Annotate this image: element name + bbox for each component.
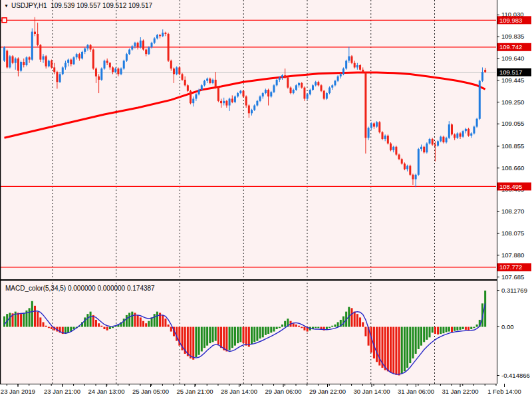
price-badge-label: 109.742 — [499, 43, 522, 51]
candle-body — [134, 43, 136, 46]
macd-histogram-bar — [229, 327, 231, 350]
candle-body — [217, 88, 219, 101]
macd-histogram-bar — [298, 326, 300, 327]
candle-body — [440, 137, 442, 142]
candle-body — [401, 159, 403, 164]
candle-body — [462, 131, 464, 136]
macd-histogram-bar — [231, 327, 233, 348]
candle-body — [437, 141, 439, 146]
macd-indicator-label: MACD_color(5,34,5) 0.000000 0.000000 0.1… — [5, 285, 155, 292]
macd-histogram-bar — [362, 322, 364, 327]
macd-histogram-bar — [20, 314, 22, 327]
candle-body — [95, 68, 97, 76]
price-tick-label: 108.660 — [501, 164, 524, 172]
candle-body — [334, 81, 336, 86]
price-tick-label: 107.685 — [501, 273, 524, 281]
macd-histogram-bar — [203, 327, 205, 348]
candle-body — [98, 76, 100, 80]
candle-body — [31, 32, 33, 60]
candle-body — [12, 57, 14, 63]
candle-body — [398, 155, 400, 160]
candle-body — [114, 68, 116, 72]
macd-histogram-bar — [326, 327, 328, 330]
candle-body — [259, 96, 261, 101]
macd-histogram-bar — [237, 327, 239, 344]
candle-body — [78, 54, 80, 59]
candle-body — [109, 63, 111, 68]
macd-histogram-bar — [9, 313, 11, 327]
price-tick-label: 108.075 — [501, 229, 524, 237]
chart-canvas[interactable]: 110.030109.835109.640109.445109.250109.0… — [0, 0, 532, 399]
candle-body — [81, 52, 83, 59]
macd-histogram-bar — [209, 327, 211, 344]
macd-histogram-bar — [364, 327, 366, 336]
macd-histogram-bar — [359, 317, 361, 327]
candle-body — [390, 144, 392, 150]
macd-histogram-bar — [192, 327, 194, 360]
candle-body — [423, 147, 425, 152]
macd-histogram-bar — [23, 313, 25, 327]
price-badge-label: 109.983 — [499, 17, 522, 24]
macd-histogram-bar — [217, 327, 219, 344]
macd-histogram-bar — [265, 327, 267, 335]
macd-histogram-bar — [251, 327, 253, 344]
macd-histogram-bar — [387, 327, 389, 372]
macd-histogram-bar — [109, 327, 111, 330]
candle-body — [337, 76, 339, 81]
macd-histogram-bar — [39, 317, 41, 327]
time-tick-label: 25 Jan 21:00 — [177, 388, 213, 395]
macd-histogram-bar — [34, 306, 36, 327]
candle-body — [326, 93, 328, 98]
macd-histogram-bar — [415, 327, 417, 354]
macd-histogram-bar — [412, 327, 414, 359]
candle-body — [164, 33, 166, 34]
macd-histogram-bar — [281, 325, 283, 327]
candle-body — [168, 34, 170, 61]
macd-histogram-bar — [432, 327, 434, 333]
macd-histogram-bar — [301, 327, 303, 329]
candle-body — [315, 82, 317, 85]
macd-histogram-bar — [48, 327, 50, 329]
macd-histogram-bar — [51, 327, 53, 330]
candle-body — [460, 134, 462, 137]
price-tick-label: 109.055 — [501, 120, 524, 127]
candle-body — [182, 74, 184, 79]
candle-body — [342, 68, 344, 74]
candle-body — [387, 136, 389, 144]
candle-body — [281, 75, 283, 77]
candle-body — [209, 78, 211, 83]
candle-body — [348, 57, 350, 61]
macd-histogram-bar — [86, 314, 88, 327]
candle-body — [148, 47, 150, 54]
macd-histogram-bar — [128, 313, 130, 327]
candle-body — [256, 101, 258, 106]
time-tick-label: 23 Jan 2019 — [1, 388, 35, 395]
candle-body — [448, 124, 450, 138]
candle-body — [301, 83, 303, 88]
time-tick-label: 1 Feb 14:00 — [487, 388, 521, 395]
time-tick-label: 23 Jan 21:00 — [44, 388, 80, 395]
macd-histogram-bar — [103, 327, 105, 330]
macd-histogram-bar — [201, 327, 203, 352]
macd-histogram-bar — [473, 327, 475, 329]
price-tick-label: 107.880 — [501, 251, 524, 259]
macd-histogram-bar — [384, 327, 386, 370]
macd-tick-label: 0.311769 — [501, 287, 527, 294]
time-tick-label: 24 Jan 13:00 — [88, 388, 125, 395]
time-tick-label: 30 Jan 14:00 — [354, 388, 390, 395]
macd-histogram-bar — [376, 327, 378, 362]
macd-histogram-bar — [168, 325, 170, 327]
macd-histogram-bar — [131, 312, 133, 327]
macd-histogram-bar — [342, 317, 344, 327]
macd-histogram-bar — [392, 327, 394, 374]
candle-body — [409, 166, 411, 174]
macd-histogram-bar — [17, 313, 19, 327]
candle-body — [126, 54, 128, 61]
candle-body — [15, 59, 17, 63]
macd-histogram-bar — [448, 327, 450, 332]
candle-body — [287, 78, 289, 88]
macd-histogram-bar — [248, 327, 250, 347]
macd-histogram-bar — [437, 327, 439, 334]
macd-histogram-bar — [331, 326, 333, 327]
level-marker-icon — [2, 18, 7, 23]
